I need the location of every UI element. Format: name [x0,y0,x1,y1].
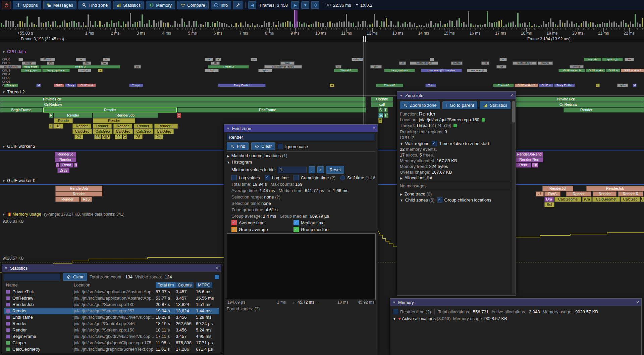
frame-bar[interactable] [55,21,56,27]
frame-bar[interactable] [149,20,150,27]
frame-bar[interactable] [412,25,413,27]
statistics-titlebar[interactable]: ▼ Statistics × [2,264,221,272]
frame-bar[interactable] [567,20,568,27]
frame-bar[interactable] [299,22,300,27]
collapse-icon[interactable]: ▼ [399,94,403,97]
frame-bar[interactable] [329,21,331,27]
frame-bar[interactable] [17,24,18,27]
cpu-zone[interactable]: lgiks [258,69,272,72]
frame-bar[interactable] [440,21,441,27]
toolbar-button-memory[interactable]: Memory [146,1,175,9]
timeline-zone[interactable]: Render R [618,191,643,196]
thread-header-thread-2[interactable]: ▼Thread-2 [2,89,25,94]
frame-bar[interactable] [536,26,537,27]
frame-bar[interactable] [604,23,605,27]
frame-bar[interactable] [332,23,333,27]
stats-row[interactable]: BeginFramejni/../jni/src/claw/gfx/drv/vk… [4,334,219,340]
frame-bar[interactable] [66,23,68,27]
frame-bar[interactable] [118,21,119,27]
min-bin-increase-button[interactable]: + [317,166,324,173]
timeline-zone[interactable]: Render [43,107,177,113]
timeline-zone[interactable]: Render Ren [516,157,543,162]
cpu-zone[interactable]: + [98,69,103,72]
frame-bar[interactable] [379,26,380,27]
timeline-zone[interactable]: T [378,118,382,123]
histogram-canvas[interactable] [227,233,376,300]
timeline-zone[interactable]: RerS [544,191,560,196]
frame-bar[interactable] [116,23,117,27]
matched-source-locations[interactable]: ▶Matched source locations (1) [227,153,375,158]
toolbar-button-find-zone[interactable]: Find zone [78,1,111,9]
timeline-zone[interactable]: 8 [106,134,110,139]
source-available-icon[interactable] [482,118,485,122]
allocations-list-section[interactable]: ▶Allocations list [400,175,511,180]
log-values-checkbox[interactable]: Log values [231,175,260,180]
min-bin-input[interactable] [278,167,307,173]
cpu-zone[interactable]: M [633,84,637,87]
cpu-zone[interactable]: svi [47,61,54,65]
frame-bar[interactable] [585,21,587,27]
stats-row[interactable]: Clipperjni/../jni/src/claw/gfx/geo/Clipp… [4,340,219,346]
relative-time-checkbox[interactable]: Time relative to zone start [432,141,489,146]
timeline-zone[interactable]: RenderJol [542,186,573,191]
frame-bar[interactable] [454,26,455,27]
frame-bar[interactable] [623,20,624,27]
frame-bar[interactable] [1,23,2,27]
power-button[interactable] [2,1,11,9]
frame-bar[interactable] [104,24,105,27]
frame-bar[interactable] [606,23,608,27]
cpu-zone[interactable]: surfacefinge [513,61,537,65]
cpu-zone[interactable]: GUIF worker 2 [515,84,538,87]
frame-bar[interactable] [226,24,227,27]
reset-button[interactable]: Reset [326,166,344,174]
timeline-zone[interactable]: Rerff [516,163,531,168]
cpu-zone[interactable]: roi [481,61,489,65]
frame-bar[interactable] [419,25,420,27]
cpu-zone[interactable]: composer@2.1-se (Hw [421,69,462,72]
frame-bar[interactable] [538,26,540,27]
cpu-zone[interactable]: tracy_systrace [384,69,415,72]
timeline-zone[interactable]: Render [134,124,153,129]
frame-bar[interactable] [59,25,61,27]
frame-bar[interactable] [196,21,197,27]
frame-bar[interactable] [90,21,91,27]
timeline-zone[interactable]: C [177,113,181,118]
frame-bar[interactable] [339,21,340,27]
frame-bar[interactable] [275,25,277,27]
thread-header-guif-worker-0[interactable]: ▼GUIF worker 0 [2,178,35,183]
frame-bar[interactable] [334,24,335,27]
frame-bar[interactable] [461,23,462,27]
frame-bar[interactable] [313,24,314,27]
frame-bar[interactable] [3,25,4,27]
frame-bar[interactable] [139,21,141,27]
timeline-zone[interactable]: Dra [544,197,554,202]
close-icon[interactable]: × [216,266,219,270]
frames-row[interactable]: Frame 3,193 (22.45 ms) Frame 3,194 (13.9… [0,36,644,42]
stats-column-counts[interactable]: Counts [176,282,194,288]
timeline-zone[interactable]: Rencer [566,191,591,196]
find-zone-search-input[interactable] [227,134,375,140]
stats-row[interactable]: OnRedrawjni/../jni/src/claw/application/… [4,295,219,302]
frame-bar[interactable] [8,21,9,27]
frame-bar[interactable] [480,25,481,27]
toolbar-button-messages[interactable]: Messages [43,1,76,9]
frame-bar[interactable] [390,21,392,27]
cpu-zone[interactable]: kn [625,58,634,61]
frame-bar[interactable] [12,21,14,27]
frame-bar[interactable] [400,26,401,27]
find-button[interactable]: Find [227,142,249,150]
frame-bar[interactable] [409,22,411,27]
frame-bar[interactable] [503,26,504,27]
frame-bar[interactable] [397,21,399,27]
timeline-zone[interactable]: C [102,134,106,139]
frame-bar[interactable] [552,22,554,27]
restrict-time-checkbox[interactable]: Restrict time (?) [393,309,431,314]
frame-bar[interactable] [386,18,387,27]
frame-bar[interactable] [459,18,460,27]
frame-bar[interactable] [318,22,319,27]
timeline-zone[interactable]: 9 [74,163,77,168]
cpu-zone[interactable]: Tracy [65,84,76,87]
frame-bar[interactable] [520,24,521,27]
frame-bar[interactable] [280,24,281,27]
frame-bar[interactable] [433,25,434,27]
